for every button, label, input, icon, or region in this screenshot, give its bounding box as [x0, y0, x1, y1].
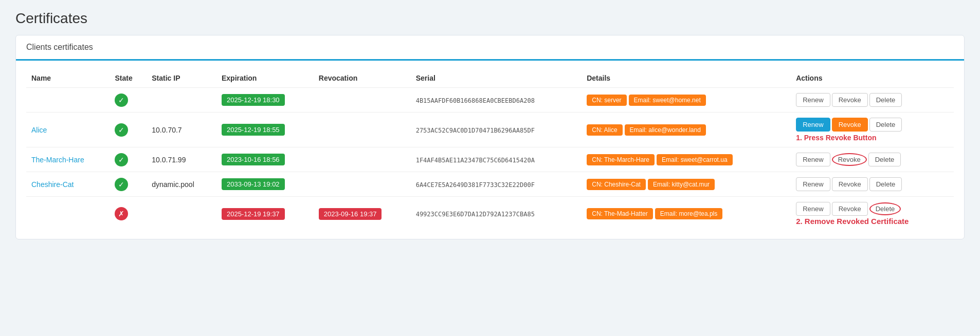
cell-revocation [314, 113, 411, 147]
cell-static-ip [147, 197, 216, 231]
certificates-card: Clients certificates Name State Static I… [15, 35, 965, 239]
action-buttons: RenewRevokeDelete [796, 202, 902, 216]
state-err-icon: ✗ [115, 207, 128, 220]
revoke-button[interactable]: Revoke [832, 93, 868, 107]
delete-button[interactable]: Delete [869, 118, 902, 132]
table-row: ✗2025-12-19 19:372023-09-16 19:3749923CC… [26, 197, 954, 231]
cell-details: CN: The-Mad-HatterEmail: more@tea.pls [582, 197, 791, 231]
email-badge: Email: kitty@cat.mur [648, 179, 715, 190]
cell-actions: RenewRevokeDelete [791, 172, 954, 197]
annotation-label: 2. Remove Revoked Certificate [796, 217, 909, 226]
cell-expiration: 2023-10-16 18:56 [216, 147, 314, 172]
action-buttons: RenewRevokeDelete [796, 153, 902, 166]
cell-revocation: 2023-09-16 19:37 [314, 197, 411, 231]
cell-name [26, 197, 110, 231]
cell-state: ✗ [110, 197, 147, 231]
table-row: The-March-Hare✓10.0.71.992023-10-16 18:5… [26, 147, 954, 172]
cell-state: ✓ [110, 172, 147, 197]
cell-details: CN: The-March-HareEmail: sweet@carrot.ua [582, 147, 791, 172]
cell-state: ✓ [110, 113, 147, 147]
renew-button[interactable]: Renew [796, 93, 830, 107]
card-header: Clients certificates [16, 35, 964, 61]
cell-serial: 4B15AAFDF60B166868EA0CBEEBD6A208 [411, 88, 582, 113]
cell-expiration: 2033-09-13 19:02 [216, 172, 314, 197]
cell-static-ip: 10.0.71.99 [147, 147, 216, 172]
expiration-badge: 2033-09-13 19:02 [222, 178, 285, 190]
delete-button[interactable]: Delete [869, 202, 901, 215]
email-badge: Email: more@tea.pls [655, 208, 723, 219]
cell-name: The-March-Hare [26, 147, 110, 172]
expiration-badge: 2025-12-19 18:30 [222, 94, 285, 106]
renew-button[interactable]: Renew [796, 202, 830, 216]
revoke-button[interactable]: Revoke [832, 177, 868, 191]
cell-state: ✓ [110, 147, 147, 172]
expiration-badge: 2025-12-19 19:37 [222, 208, 285, 220]
table-row: ✓2025-12-19 18:304B15AAFDF60B166868EA0CB… [26, 88, 954, 113]
revoke-button[interactable]: Revoke [832, 202, 868, 216]
col-revocation: Revocation [314, 69, 411, 88]
col-serial: Serial [411, 69, 582, 88]
delete-button[interactable]: Delete [868, 153, 901, 166]
expiration-badge: 2025-12-19 18:55 [222, 124, 285, 136]
cell-revocation [314, 172, 411, 197]
table-row: Alice✓10.0.70.72025-12-19 18:552753AC52C… [26, 113, 954, 147]
cell-revocation [314, 147, 411, 172]
cn-badge: CN: Alice [587, 124, 622, 136]
col-static-ip: Static IP [147, 69, 216, 88]
col-expiration: Expiration [216, 69, 314, 88]
cell-serial: 1F4AF4B5AE11A2347BC75C6D6415420A [411, 147, 582, 172]
renew-button[interactable]: Renew [796, 153, 830, 166]
cell-name [26, 88, 110, 113]
cell-details: CN: AliceEmail: alice@wonder.land [582, 113, 791, 147]
cell-serial: 2753AC52C9AC0D1D70471B6296AA85DF [411, 113, 582, 147]
page-title: Certificates [15, 10, 965, 27]
serial-value: 49923CC9E3E6D7DA12D792A1237CBA85 [416, 211, 535, 218]
state-ok-icon: ✓ [115, 153, 128, 166]
name-link[interactable]: Cheshire-Cat [31, 180, 74, 189]
state-ok-icon: ✓ [115, 178, 128, 191]
cell-expiration: 2025-12-19 18:55 [216, 113, 314, 147]
expiration-badge: 2023-10-16 18:56 [222, 154, 285, 165]
cell-name: Cheshire-Cat [26, 172, 110, 197]
renew-button[interactable]: Renew [796, 177, 830, 191]
cell-revocation [314, 88, 411, 113]
cell-actions: RenewRevokeDelete [791, 88, 954, 113]
revocation-badge: 2023-09-16 19:37 [319, 208, 382, 220]
cell-actions: RenewRevokeDelete1. Press Revoke Button [791, 113, 954, 147]
cell-actions: RenewRevokeDelete [791, 147, 954, 172]
delete-button[interactable]: Delete [869, 93, 902, 107]
serial-value: 2753AC52C9AC0D1D70471B6296AA85DF [416, 127, 535, 134]
col-state: State [110, 69, 147, 88]
serial-value: 4B15AAFDF60B166868EA0CBEEBD6A208 [416, 97, 535, 104]
action-buttons: RenewRevokeDelete [796, 93, 903, 107]
cn-badge: CN: The-March-Hare [587, 154, 655, 165]
cell-static-ip: dynamic.pool [147, 172, 216, 197]
table-container: Name State Static IP Expiration Revocati… [16, 61, 964, 239]
cell-actions: RenewRevokeDelete2. Remove Revoked Certi… [791, 197, 954, 231]
cell-state: ✓ [110, 88, 147, 113]
cn-badge: CN: server [587, 95, 626, 106]
card-header-title: Clients certificates [26, 43, 93, 51]
cell-static-ip: 10.0.70.7 [147, 113, 216, 147]
serial-value: 1F4AF4B5AE11A2347BC75C6D6415420A [416, 157, 535, 164]
serial-value: 6A4CE7E5A2649D381F7733C32E22D00F [416, 181, 535, 189]
revoke-button[interactable]: Revoke [832, 153, 867, 166]
col-details: Details [582, 69, 791, 88]
cell-expiration: 2025-12-19 18:30 [216, 88, 314, 113]
cell-static-ip [147, 88, 216, 113]
page-container: Certificates Clients certificates Name S… [0, 0, 980, 250]
state-ok-icon: ✓ [115, 123, 128, 137]
name-link[interactable]: The-March-Hare [31, 156, 84, 164]
cn-badge: CN: The-Mad-Hatter [587, 208, 652, 219]
email-badge: Email: alice@wonder.land [625, 124, 706, 136]
state-ok-icon: ✓ [115, 94, 128, 107]
renew-button[interactable]: Renew [796, 118, 830, 132]
email-badge: Email: sweet@carrot.ua [657, 154, 733, 165]
name-link[interactable]: Alice [31, 126, 47, 134]
cell-details: CN: serverEmail: sweet@home.net [582, 88, 791, 113]
cell-serial: 6A4CE7E5A2649D381F7733C32E22D00F [411, 172, 582, 197]
revoke-button[interactable]: Revoke [832, 118, 868, 132]
delete-button[interactable]: Delete [869, 177, 902, 191]
cell-serial: 49923CC9E3E6D7DA12D792A1237CBA85 [411, 197, 582, 231]
table-row: Cheshire-Cat✓dynamic.pool2033-09-13 19:0… [26, 172, 954, 197]
